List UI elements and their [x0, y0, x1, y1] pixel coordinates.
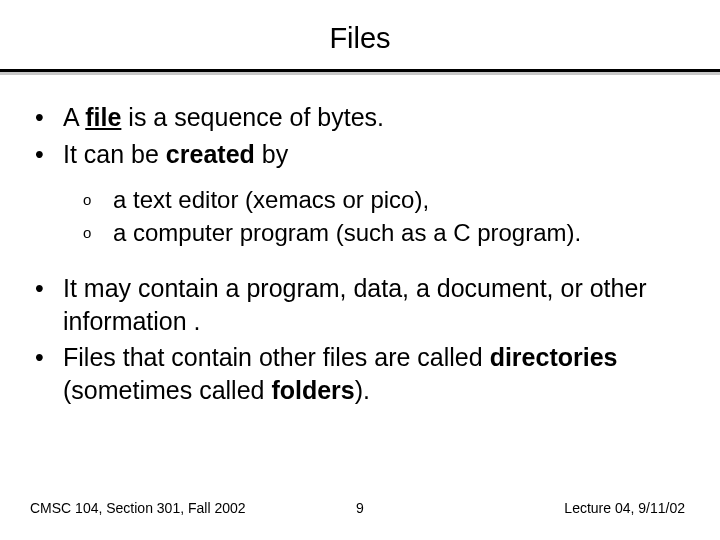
sub-text: a text editor (xemacs or pico), — [113, 184, 429, 215]
bullet-item: • It may contain a program, data, a docu… — [35, 272, 685, 337]
text: It can be — [63, 140, 166, 168]
sub-bullet-icon: o — [83, 217, 113, 243]
slide-title: Files — [0, 0, 720, 69]
text: ). — [355, 376, 370, 404]
bullet-text: A file is a sequence of bytes. — [63, 101, 685, 134]
text: Files that contain other files are calle… — [63, 343, 490, 371]
text: is a sequence of bytes. — [121, 103, 384, 131]
bullet-item: • A file is a sequence of bytes. — [35, 101, 685, 134]
bullet-text: It can be created by — [63, 138, 685, 171]
bullet-icon: • — [35, 272, 63, 305]
keyword-file: file — [85, 103, 121, 131]
text: (sometimes called — [63, 376, 271, 404]
bullet-icon: • — [35, 341, 63, 374]
slide-body: • A file is a sequence of bytes. • It ca… — [0, 75, 720, 406]
footer: CMSC 104, Section 301, Fall 2002 9 Lectu… — [0, 500, 720, 516]
sub-text: a computer program (such as a C program)… — [113, 217, 581, 248]
keyword-folders: folders — [271, 376, 354, 404]
footer-right: Lecture 04, 9/11/02 — [564, 500, 685, 516]
keyword-created: created — [166, 140, 255, 168]
bullet-text: Files that contain other files are calle… — [63, 341, 685, 406]
footer-left: CMSC 104, Section 301, Fall 2002 — [30, 500, 246, 516]
sub-item: o a text editor (xemacs or pico), — [83, 184, 685, 215]
text: A — [63, 103, 85, 131]
bullet-icon: • — [35, 138, 63, 171]
sub-list: o a text editor (xemacs or pico), o a co… — [35, 174, 685, 256]
bullet-icon: • — [35, 101, 63, 134]
keyword-directories: directories — [490, 343, 618, 371]
bullet-item: • Files that contain other files are cal… — [35, 341, 685, 406]
text: by — [255, 140, 288, 168]
sub-bullet-icon: o — [83, 184, 113, 210]
bullet-item: • It can be created by — [35, 138, 685, 171]
bullet-text: It may contain a program, data, a docume… — [63, 272, 685, 337]
sub-item: o a computer program (such as a C progra… — [83, 217, 685, 248]
slide-number: 9 — [356, 500, 364, 516]
